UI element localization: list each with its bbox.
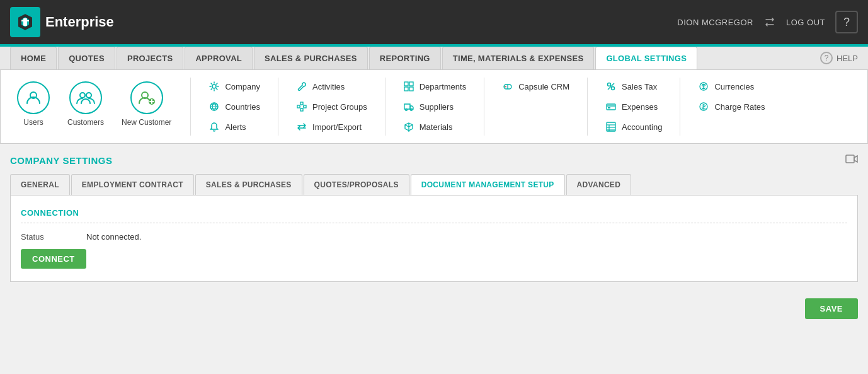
help-button[interactable]: ? [835, 11, 858, 33]
menu-currencies-label: Currencies [714, 82, 754, 91]
svg-point-6 [86, 93, 91, 98]
tab-reporting[interactable]: REPORTING [369, 47, 441, 69]
svg-rect-3 [21, 20, 29, 21]
svg-rect-28 [607, 104, 615, 110]
menu-capsule-crm[interactable]: Capsule CRM [497, 78, 574, 95]
svg-rect-2 [23, 18, 27, 26]
sub-tab-general[interactable]: GENERAL [10, 174, 70, 195]
menu-activities[interactable]: Activities [291, 78, 372, 95]
video-icon[interactable] [845, 154, 858, 167]
menu-customers[interactable]: Customers [61, 78, 110, 131]
swap-icon-btn[interactable] [763, 16, 776, 28]
globe-icon [208, 101, 220, 112]
gear-icon [208, 81, 220, 92]
logo-text: Enterprise [45, 14, 114, 30]
user-plus-icon [130, 81, 163, 114]
grid-icon [403, 81, 414, 92]
menu-countries[interactable]: Countries [203, 98, 265, 115]
tab-sales-purchases[interactable]: SALES & PURCHASES [254, 47, 368, 69]
svg-point-19 [405, 109, 407, 111]
dropdown-col4: Capsule CRM [497, 78, 588, 136]
swap-icon [763, 16, 776, 28]
menu-materials-label: Materials [420, 122, 453, 132]
sub-tab-employment-contract[interactable]: EMPLOYMENT CONTRACT [71, 174, 194, 195]
svg-point-20 [410, 109, 412, 111]
menu-users[interactable]: Users [11, 78, 56, 131]
menu-customers-label: Customers [67, 118, 104, 127]
menu-accounting[interactable]: Accounting [600, 118, 667, 136]
menu-suppliers-label: Suppliers [420, 102, 454, 112]
dropdown-col6: Currencies Charge Rates [693, 78, 782, 136]
menu-alerts[interactable]: Alerts [203, 118, 265, 136]
main-nav: HOME QUOTES PROJECTS APPROVAL SALES & PU… [0, 47, 868, 70]
dropdown-col3: Departments Suppliers Materials [398, 78, 484, 136]
help-circle-icon: ? [820, 52, 833, 64]
menu-suppliers[interactable]: Suppliers [398, 98, 471, 115]
menu-company[interactable]: Company [203, 78, 265, 95]
menu-expenses[interactable]: Expenses [600, 98, 667, 115]
svg-rect-38 [846, 155, 854, 163]
capsule-icon [502, 81, 513, 92]
tab-approval[interactable]: APPROVAL [185, 47, 253, 69]
menu-project-groups-label: Project Groups [312, 102, 367, 112]
truck-icon [403, 101, 414, 112]
dollar-circle-icon [698, 101, 709, 112]
svg-point-26 [612, 87, 615, 90]
save-button[interactable]: SAVE [805, 298, 858, 319]
section-title-text: COMPANY SETTINGS [10, 155, 112, 166]
nav-help[interactable]: ? HELP [820, 52, 858, 69]
tab-projects[interactable]: PROJECTS [117, 47, 183, 69]
sub-tab-document-management[interactable]: DOCUMENT MANAGEMENT SETUP [411, 174, 565, 195]
menu-new-customer-label: New Customer [122, 118, 171, 127]
status-label: Status [21, 232, 71, 242]
svg-rect-15 [404, 82, 408, 86]
sub-tab-quotes-proposals[interactable]: QUOTES/PROPOSALS [304, 174, 409, 195]
svg-rect-13 [300, 108, 303, 111]
connect-button[interactable]: CONNECT [21, 249, 86, 269]
tab-home[interactable]: HOME [10, 47, 57, 69]
tab-quotes[interactable]: QUOTES [58, 47, 115, 69]
menu-departments-label: Departments [420, 82, 466, 91]
menu-departments[interactable]: Departments [398, 78, 471, 95]
question-icon: ? [843, 16, 850, 29]
user-name: DION MCGREGOR [677, 18, 753, 27]
dropdown-col1: Company Countries Alerts [203, 78, 278, 136]
sub-tab-sales-purchases[interactable]: SALES & PURCHASES [195, 174, 302, 195]
menu-currencies[interactable]: Currencies [693, 78, 770, 95]
menu-materials[interactable]: Materials [398, 118, 471, 136]
dropdown-col2: Activities Project Groups Import/Expor [291, 78, 385, 136]
menu-charge-rates-label: Charge Rates [714, 102, 765, 112]
svg-rect-17 [404, 87, 408, 91]
svg-rect-18 [409, 87, 413, 91]
dropdown-col5: Sales Tax Expenses [600, 78, 680, 136]
menu-project-groups[interactable]: Project Groups [291, 98, 372, 115]
save-area: SAVE [0, 292, 868, 325]
arrows-icon [296, 121, 307, 132]
tab-time-materials[interactable]: TIME, MATERIALS & EXPENSES [442, 47, 595, 69]
tab-global-settings[interactable]: GLOBAL SETTINGS [595, 47, 697, 69]
percent-icon [605, 81, 617, 92]
top-bar: Enterprise DION MCGREGOR LOG OUT ? [0, 0, 868, 44]
menu-sales-tax[interactable]: Sales Tax [600, 78, 667, 95]
network-icon [296, 101, 307, 112]
logo-box [10, 7, 40, 37]
inner-content: CONNECTION Status Not connected. CONNECT [10, 196, 858, 282]
menu-users-label: Users [23, 118, 43, 127]
menu-import-export[interactable]: Import/Export [291, 118, 372, 136]
status-value: Not connected. [86, 232, 141, 242]
svg-rect-16 [409, 82, 413, 86]
menu-charge-rates[interactable]: Charge Rates [693, 98, 770, 115]
logout-button[interactable]: LOG OUT [786, 18, 825, 27]
sub-tab-advanced[interactable]: ADVANCED [566, 174, 632, 195]
bell-icon [208, 121, 220, 132]
connection-title: CONNECTION [21, 208, 847, 223]
user-icon [17, 81, 50, 114]
menu-new-customer[interactable]: New Customer [115, 78, 178, 131]
content-area: COMPANY SETTINGS GENERAL EMPLOYMENT CONT… [0, 144, 868, 292]
menu-import-export-label: Import/Export [312, 122, 362, 132]
large-icons-section: Users Customers [11, 78, 191, 136]
menu-accounting-label: Accounting [622, 122, 662, 132]
help-label: HELP [837, 54, 858, 63]
cube-icon [403, 121, 414, 132]
svg-rect-12 [300, 102, 303, 105]
